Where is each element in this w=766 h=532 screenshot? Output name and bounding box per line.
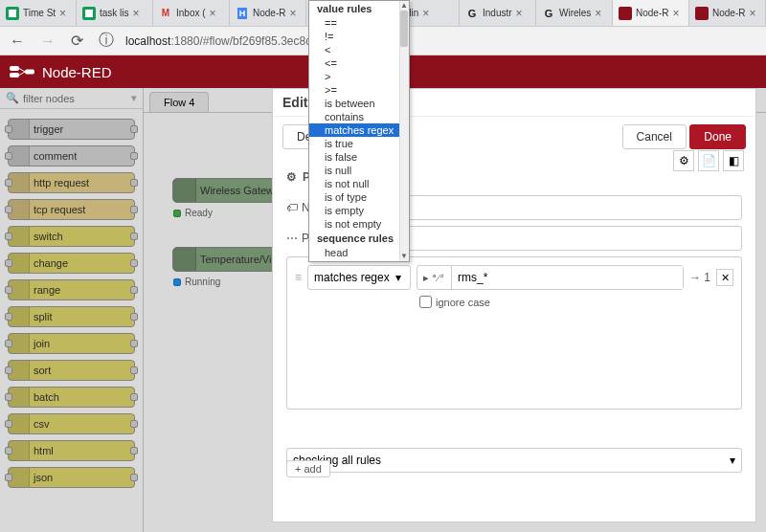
tab-title: Industr (483, 8, 512, 18)
browser-tab[interactable]: GIndustr× (460, 0, 536, 26)
svg-rect-5 (695, 7, 709, 20)
dropdown-item[interactable]: matches regex (309, 123, 409, 137)
browser-tab[interactable]: task lis× (77, 0, 153, 26)
tab-favicon: G (542, 7, 555, 20)
ignore-case-checkbox[interactable]: ignore case (419, 296, 733, 308)
close-icon[interactable]: × (133, 7, 140, 20)
dropdown-item[interactable]: is true (309, 137, 409, 150)
scroll-up-icon[interactable]: ▲ (399, 1, 409, 11)
tab-title: Wireles (559, 8, 591, 18)
tab-favicon: G (465, 7, 479, 20)
tab-title: Node-R (712, 8, 745, 18)
delete-rule-button[interactable]: ✕ (716, 269, 733, 286)
close-icon[interactable]: × (59, 7, 66, 20)
chevron-down-icon: ▾ (730, 454, 735, 467)
svg-rect-6 (10, 66, 19, 71)
drag-handle-icon[interactable]: ≡ (295, 271, 302, 284)
address-bar[interactable]: localhost:1880/#flow/bf269f85.3ec8c (125, 34, 311, 48)
dropdown-item[interactable]: != (309, 30, 409, 43)
browser-tab[interactable]: GWireles× (536, 0, 613, 26)
doc-icon-button[interactable]: 📄 (698, 150, 719, 171)
rule-pattern-input[interactable] (452, 266, 683, 289)
close-icon[interactable]: × (672, 7, 679, 20)
tab-favicon (82, 7, 96, 20)
dropdown-item[interactable]: >= (309, 83, 409, 97)
chevron-down-icon[interactable]: ▸ (423, 272, 429, 284)
tab-title: Time St (23, 8, 56, 18)
gear-icon: ⚙ (286, 170, 297, 184)
chevron-down-icon: ▾ (395, 271, 401, 284)
rule-type-dropdown[interactable]: ▲ ▼ value rules==!=<<=>>=is betweenconta… (308, 0, 410, 262)
tab-title: task lis (100, 8, 129, 18)
close-icon[interactable]: × (210, 7, 216, 20)
svg-rect-8 (25, 70, 34, 75)
close-icon[interactable]: × (516, 7, 523, 20)
reload-button[interactable]: ⟳ (67, 32, 87, 50)
tab-title: Node-R (253, 8, 285, 18)
svg-rect-1 (9, 10, 16, 17)
back-button[interactable]: ← (6, 33, 29, 50)
cancel-button[interactable]: Cancel (622, 124, 687, 149)
tab-favicon: H (236, 7, 249, 20)
tag-icon: 🏷 (286, 201, 298, 214)
rule-output-index: → 1 (689, 271, 710, 284)
rule-value-input[interactable]: ▸ᵃ⁄ᶻ (417, 265, 684, 290)
check-mode-select[interactable]: checking all rules ▾ (286, 448, 742, 473)
ignore-case-input[interactable] (419, 296, 432, 308)
add-rule-button[interactable]: + add (286, 460, 330, 477)
browser-tab[interactable]: Node-R× (613, 0, 689, 26)
scrollbar-thumb[interactable] (400, 11, 408, 47)
tab-favicon (6, 7, 19, 20)
dropdown-item[interactable]: is not empty (309, 217, 409, 231)
layout-icon-button[interactable]: ◧ (723, 150, 744, 171)
dropdown-item[interactable]: > (309, 70, 409, 83)
close-icon[interactable]: × (422, 7, 429, 20)
browser-tab[interactable]: HNode-R× (230, 0, 306, 26)
svg-rect-3 (85, 10, 93, 17)
dropdown-item[interactable]: is false (309, 150, 409, 164)
svg-rect-4 (619, 7, 632, 20)
browser-tab[interactable]: Node-R× (689, 0, 766, 26)
rule-row: ≡ matches regex▾ ▸ᵃ⁄ᶻ → 1 ✕ (295, 265, 733, 290)
done-button[interactable]: Done (689, 124, 746, 149)
dropdown-item[interactable]: index between (309, 259, 409, 262)
rules-container: ≡ matches regex▾ ▸ᵃ⁄ᶻ → 1 ✕ ignore case (286, 256, 742, 410)
tab-title: Inbox ( (176, 8, 206, 18)
close-icon[interactable]: × (289, 7, 296, 20)
browser-tab[interactable]: MInbox (× (153, 0, 230, 26)
close-icon[interactable]: × (749, 7, 755, 20)
dropdown-item[interactable]: head (309, 246, 409, 259)
forward-button[interactable]: → (36, 33, 59, 50)
dropdown-group-header: sequence rules (309, 231, 409, 246)
scrollbar-track[interactable]: ▲ ▼ (399, 1, 409, 261)
scroll-down-icon[interactable]: ▼ (399, 252, 409, 261)
dropdown-item[interactable]: is null (309, 164, 409, 177)
header-title: Node-RED (42, 64, 112, 80)
dropdown-item[interactable]: == (309, 16, 409, 30)
tab-favicon: M (159, 7, 172, 20)
dropdown-item[interactable]: contains (309, 110, 409, 123)
tab-favicon (695, 7, 709, 20)
dropdown-item[interactable]: is empty (309, 204, 409, 217)
nodered-logo (10, 64, 34, 79)
svg-rect-7 (10, 73, 19, 78)
dropdown-item[interactable]: is not null (309, 177, 409, 190)
rule-type-select[interactable]: matches regex▾ (307, 265, 411, 290)
dropdown-item[interactable]: < (309, 43, 409, 56)
settings-icon-button[interactable]: ⚙ (673, 150, 694, 171)
dropdown-item[interactable]: <= (309, 56, 409, 70)
dropdown-group-header: value rules (309, 1, 409, 16)
tab-title: Node-R (636, 8, 668, 18)
tab-favicon (619, 7, 632, 20)
close-icon[interactable]: × (595, 7, 601, 20)
browser-tab[interactable]: Time St× (0, 0, 77, 26)
info-icon[interactable]: ⓘ (95, 31, 118, 51)
dropdown-item[interactable]: is between (309, 97, 409, 110)
dropdown-item[interactable]: is of type (309, 190, 409, 204)
